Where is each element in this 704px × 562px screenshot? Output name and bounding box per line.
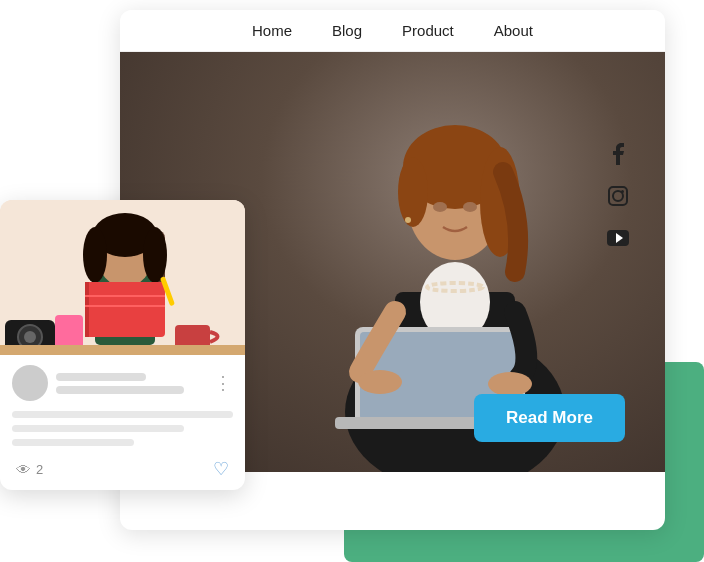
svg-point-10 <box>405 217 411 223</box>
svg-rect-24 <box>85 282 89 337</box>
svg-point-22 <box>143 227 167 283</box>
heart-icon[interactable]: ♡ <box>213 458 229 480</box>
svg-rect-25 <box>85 295 165 297</box>
svg-point-9 <box>463 202 477 212</box>
post-views: 👁 2 <box>16 461 43 478</box>
svg-point-30 <box>24 331 36 343</box>
post-avatar <box>12 365 48 401</box>
views-count: 2 <box>36 462 43 477</box>
nav-about[interactable]: About <box>494 22 533 39</box>
svg-point-15 <box>488 372 532 396</box>
nav-blog[interactable]: Blog <box>332 22 362 39</box>
content-line-1 <box>12 411 233 418</box>
post-card-footer: 👁 2 ♡ <box>12 458 233 480</box>
post-content-lines <box>12 411 233 446</box>
content-line-3 <box>12 439 134 446</box>
post-person-illustration <box>0 200 245 355</box>
svg-rect-33 <box>0 345 245 355</box>
eye-icon: 👁 <box>16 461 31 478</box>
nav-home[interactable]: Home <box>252 22 292 39</box>
post-subtitle-line <box>56 386 184 394</box>
youtube-icon[interactable] <box>604 224 632 252</box>
nav-product[interactable]: Product <box>402 22 454 39</box>
instagram-icon[interactable] <box>604 182 632 210</box>
facebook-icon[interactable] <box>604 140 632 168</box>
post-card: ⋮ 👁 2 ♡ <box>0 200 245 490</box>
post-card-body: ⋮ 👁 2 ♡ <box>0 355 245 490</box>
svg-point-14 <box>358 370 402 394</box>
svg-point-8 <box>433 202 447 212</box>
read-more-button[interactable]: Read More <box>474 394 625 442</box>
svg-rect-26 <box>85 305 165 307</box>
svg-rect-23 <box>85 282 165 337</box>
svg-point-7 <box>398 157 428 227</box>
social-sidebar <box>604 140 632 252</box>
post-card-image <box>0 200 245 355</box>
post-options-dots[interactable]: ⋮ <box>214 372 233 394</box>
content-line-2 <box>12 425 184 432</box>
svg-point-21 <box>83 227 107 283</box>
navbar: Home Blog Product About <box>120 10 665 52</box>
post-name-line <box>56 373 146 381</box>
post-avatar-row: ⋮ <box>12 365 233 401</box>
post-avatar-lines <box>56 373 206 394</box>
